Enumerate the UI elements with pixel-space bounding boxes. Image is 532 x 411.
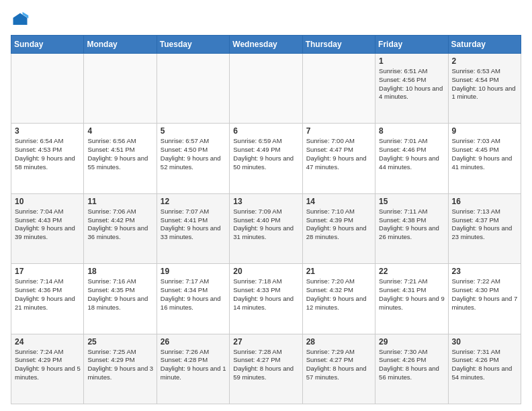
calendar-cell <box>302 54 375 124</box>
weekday-header-friday: Friday <box>375 36 448 54</box>
day-number: 11 <box>87 197 153 206</box>
calendar-cell: 30Sunrise: 7:31 AM Sunset: 4:26 PM Dayli… <box>448 334 521 404</box>
day-number: 22 <box>379 267 445 276</box>
calendar-cell: 9Sunrise: 7:03 AM Sunset: 4:45 PM Daylig… <box>448 124 521 193</box>
day-number: 12 <box>161 197 226 206</box>
weekday-header-thursday: Thursday <box>302 36 375 54</box>
calendar-cell: 23Sunrise: 7:22 AM Sunset: 4:30 PM Dayli… <box>448 264 521 334</box>
day-number: 8 <box>379 126 445 136</box>
day-number: 3 <box>15 126 81 136</box>
day-info: Sunrise: 7:22 AM Sunset: 4:30 PM Dayligh… <box>452 277 518 312</box>
day-number: 5 <box>161 126 226 136</box>
day-info: Sunrise: 7:16 AM Sunset: 4:35 PM Dayligh… <box>87 277 153 312</box>
calendar-cell: 2Sunrise: 6:53 AM Sunset: 4:54 PM Daylig… <box>448 54 521 124</box>
calendar-cell: 13Sunrise: 7:09 AM Sunset: 4:40 PM Dayli… <box>230 193 302 263</box>
weekday-header-saturday: Saturday <box>448 36 521 54</box>
calendar-cell: 11Sunrise: 7:06 AM Sunset: 4:42 PM Dayli… <box>84 193 157 263</box>
calendar-cell: 12Sunrise: 7:07 AM Sunset: 4:41 PM Dayli… <box>157 193 229 263</box>
calendar-cell: 10Sunrise: 7:04 AM Sunset: 4:43 PM Dayli… <box>11 193 84 263</box>
day-number: 23 <box>452 267 518 276</box>
day-info: Sunrise: 7:26 AM Sunset: 4:28 PM Dayligh… <box>161 348 226 382</box>
day-info: Sunrise: 7:00 AM Sunset: 4:47 PM Dayligh… <box>306 137 372 171</box>
calendar-cell: 6Sunrise: 6:59 AM Sunset: 4:49 PM Daylig… <box>230 124 302 193</box>
day-info: Sunrise: 7:28 AM Sunset: 4:27 PM Dayligh… <box>233 348 299 382</box>
logo-icon <box>11 11 30 30</box>
calendar-table: SundayMondayTuesdayWednesdayThursdayFrid… <box>11 35 521 404</box>
weekday-header-sunday: Sunday <box>11 36 84 54</box>
day-info: Sunrise: 7:01 AM Sunset: 4:46 PM Dayligh… <box>379 137 445 171</box>
day-number: 4 <box>87 126 153 136</box>
calendar-cell: 16Sunrise: 7:13 AM Sunset: 4:37 PM Dayli… <box>448 193 521 263</box>
day-info: Sunrise: 7:13 AM Sunset: 4:37 PM Dayligh… <box>452 208 518 242</box>
header <box>11 11 521 30</box>
weekday-header-monday: Monday <box>84 36 157 54</box>
day-info: Sunrise: 7:31 AM Sunset: 4:26 PM Dayligh… <box>452 348 518 382</box>
calendar-cell: 27Sunrise: 7:28 AM Sunset: 4:27 PM Dayli… <box>230 334 302 404</box>
day-number: 24 <box>15 337 81 347</box>
day-info: Sunrise: 6:59 AM Sunset: 4:49 PM Dayligh… <box>233 137 299 171</box>
day-info: Sunrise: 7:09 AM Sunset: 4:40 PM Dayligh… <box>233 208 299 242</box>
calendar-cell: 18Sunrise: 7:16 AM Sunset: 4:35 PM Dayli… <box>84 264 157 334</box>
calendar-cell: 22Sunrise: 7:21 AM Sunset: 4:31 PM Dayli… <box>375 264 448 334</box>
day-number: 27 <box>233 337 299 347</box>
day-number: 30 <box>452 337 518 347</box>
calendar-cell: 19Sunrise: 7:17 AM Sunset: 4:34 PM Dayli… <box>157 264 229 334</box>
day-info: Sunrise: 7:03 AM Sunset: 4:45 PM Dayligh… <box>452 137 518 171</box>
day-number: 18 <box>87 267 153 276</box>
day-number: 17 <box>15 267 81 276</box>
calendar-cell: 17Sunrise: 7:14 AM Sunset: 4:36 PM Dayli… <box>11 264 84 334</box>
day-number: 26 <box>161 337 226 347</box>
calendar-cell: 7Sunrise: 7:00 AM Sunset: 4:47 PM Daylig… <box>302 124 375 193</box>
day-info: Sunrise: 6:56 AM Sunset: 4:51 PM Dayligh… <box>87 137 153 171</box>
calendar-week-2: 3Sunrise: 6:54 AM Sunset: 4:53 PM Daylig… <box>11 124 521 193</box>
day-info: Sunrise: 7:04 AM Sunset: 4:43 PM Dayligh… <box>15 208 81 242</box>
day-info: Sunrise: 6:57 AM Sunset: 4:50 PM Dayligh… <box>161 137 226 171</box>
calendar-cell <box>11 54 84 124</box>
day-info: Sunrise: 7:20 AM Sunset: 4:32 PM Dayligh… <box>306 277 372 312</box>
day-info: Sunrise: 6:53 AM Sunset: 4:54 PM Dayligh… <box>452 67 518 101</box>
calendar-cell: 15Sunrise: 7:11 AM Sunset: 4:38 PM Dayli… <box>375 193 448 263</box>
calendar-week-5: 24Sunrise: 7:24 AM Sunset: 4:29 PM Dayli… <box>11 334 521 404</box>
calendar-cell: 24Sunrise: 7:24 AM Sunset: 4:29 PM Dayli… <box>11 334 84 404</box>
calendar-cell: 21Sunrise: 7:20 AM Sunset: 4:32 PM Dayli… <box>302 264 375 334</box>
day-info: Sunrise: 6:51 AM Sunset: 4:56 PM Dayligh… <box>379 67 445 101</box>
day-info: Sunrise: 7:17 AM Sunset: 4:34 PM Dayligh… <box>161 277 226 312</box>
calendar-cell <box>157 54 229 124</box>
day-number: 21 <box>306 267 372 276</box>
weekday-header-wednesday: Wednesday <box>230 36 302 54</box>
calendar-cell: 14Sunrise: 7:10 AM Sunset: 4:39 PM Dayli… <box>302 193 375 263</box>
calendar-cell: 5Sunrise: 6:57 AM Sunset: 4:50 PM Daylig… <box>157 124 229 193</box>
day-info: Sunrise: 7:25 AM Sunset: 4:29 PM Dayligh… <box>87 348 153 382</box>
day-number: 20 <box>233 267 299 276</box>
calendar-cell <box>230 54 302 124</box>
day-number: 25 <box>87 337 153 347</box>
day-info: Sunrise: 7:21 AM Sunset: 4:31 PM Dayligh… <box>379 277 445 312</box>
calendar-cell: 25Sunrise: 7:25 AM Sunset: 4:29 PM Dayli… <box>84 334 157 404</box>
calendar-cell: 29Sunrise: 7:30 AM Sunset: 4:26 PM Dayli… <box>375 334 448 404</box>
calendar-week-1: 1Sunrise: 6:51 AM Sunset: 4:56 PM Daylig… <box>11 54 521 124</box>
day-number: 29 <box>379 337 445 347</box>
day-info: Sunrise: 7:14 AM Sunset: 4:36 PM Dayligh… <box>15 277 81 312</box>
day-number: 14 <box>306 197 372 206</box>
day-number: 13 <box>233 197 299 206</box>
calendar-cell: 26Sunrise: 7:26 AM Sunset: 4:28 PM Dayli… <box>157 334 229 404</box>
calendar-week-4: 17Sunrise: 7:14 AM Sunset: 4:36 PM Dayli… <box>11 264 521 334</box>
calendar-cell: 8Sunrise: 7:01 AM Sunset: 4:46 PM Daylig… <box>375 124 448 193</box>
day-info: Sunrise: 7:24 AM Sunset: 4:29 PM Dayligh… <box>15 348 81 382</box>
calendar-cell: 1Sunrise: 6:51 AM Sunset: 4:56 PM Daylig… <box>375 54 448 124</box>
day-number: 28 <box>306 337 372 347</box>
day-number: 16 <box>452 197 518 206</box>
calendar-week-3: 10Sunrise: 7:04 AM Sunset: 4:43 PM Dayli… <box>11 193 521 263</box>
weekday-header-tuesday: Tuesday <box>157 36 229 54</box>
calendar-header-row: SundayMondayTuesdayWednesdayThursdayFrid… <box>11 36 521 54</box>
day-info: Sunrise: 7:10 AM Sunset: 4:39 PM Dayligh… <box>306 208 372 242</box>
calendar-cell: 20Sunrise: 7:18 AM Sunset: 4:33 PM Dayli… <box>230 264 302 334</box>
logo <box>11 11 32 30</box>
day-info: Sunrise: 7:07 AM Sunset: 4:41 PM Dayligh… <box>161 208 226 242</box>
day-number: 10 <box>15 197 81 206</box>
day-info: Sunrise: 7:30 AM Sunset: 4:26 PM Dayligh… <box>379 348 445 382</box>
day-number: 15 <box>379 197 445 206</box>
calendar-cell: 28Sunrise: 7:29 AM Sunset: 4:27 PM Dayli… <box>302 334 375 404</box>
page: SundayMondayTuesdayWednesdayThursdayFrid… <box>0 0 532 411</box>
day-number: 7 <box>306 126 372 136</box>
